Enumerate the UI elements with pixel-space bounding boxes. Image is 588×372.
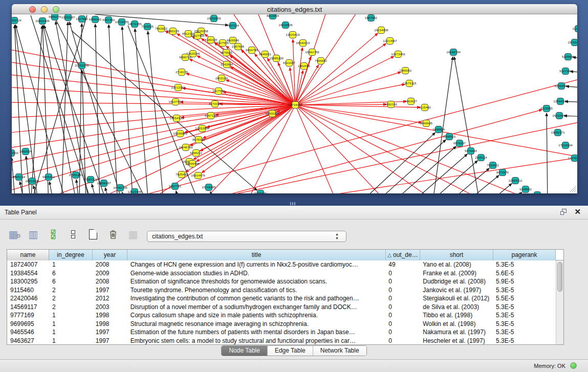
graph-node[interactable]: 9905412 [42, 174, 55, 181]
graph-node[interactable]: 6966160 [89, 16, 102, 23]
table-cell[interactable]: Investigating the contribution of common… [127, 294, 386, 303]
graph-node[interactable]: 14671355 [127, 21, 142, 28]
graph-node[interactable]: 16782759 [113, 185, 127, 191]
table-cell[interactable]: 22420046 [7, 294, 49, 303]
table-source-dropdown[interactable]: citations_edges.txt ▲▼ [147, 231, 346, 242]
table-row[interactable]: 969969511998Structural magnetic resonanc… [7, 320, 555, 329]
table-cell[interactable]: 2008 [93, 277, 127, 286]
column-header-pagerank[interactable]: pagerank [493, 250, 556, 260]
table-cell[interactable]: 1 [49, 328, 93, 337]
table-cell[interactable]: 18724007 [7, 260, 49, 269]
table-cell[interactable]: Disruption of a novel member of a sodium… [127, 303, 386, 312]
split-pane-grip[interactable] [290, 202, 296, 205]
graph-node[interactable]: 18327505 [190, 33, 205, 39]
scrollbar-thumb[interactable] [557, 262, 562, 292]
graph-node[interactable]: 19218506 [278, 22, 293, 29]
graph-node[interactable]: 9227341 [559, 68, 572, 75]
table-row[interactable]: 946554611997Estimation of the future num… [7, 328, 555, 337]
table-cell[interactable]: 5.6E-5 [493, 269, 555, 278]
table-cell[interactable]: 9777169 [7, 311, 49, 320]
table-cell[interactable]: Estimation of the future numbers of pati… [127, 328, 386, 337]
delete-column-icon[interactable] [107, 228, 119, 240]
graph-node[interactable]: 9860125 [167, 28, 180, 35]
graph-node[interactable]: 8678334 [192, 137, 205, 143]
graph-node[interactable]: 2803144 [215, 75, 228, 82]
column-header-indegree[interactable]: in_degree [49, 250, 93, 260]
graph-node[interactable]: 18640910 [296, 40, 310, 47]
table-cell[interactable]: Dudbridge et al. (2008) [420, 277, 493, 286]
table-row[interactable]: 1872400712008Changes of HCN gene express… [7, 260, 555, 269]
table-cell[interactable]: 9463627 [7, 337, 49, 345]
table-row[interactable]: 1830029562008Estimation of significance … [7, 277, 555, 286]
graph-node[interactable]: 16153588 [25, 178, 39, 185]
network-canvas[interactable]: 1405572420691406980627410653287152760269… [12, 14, 577, 193]
table-cell[interactable]: 2 [49, 294, 93, 303]
table-cell[interactable]: Changes of HCN gene expression and I(f) … [127, 260, 386, 269]
graph-node[interactable]: 11675317 [568, 155, 577, 162]
show-column-icon[interactable]: ▥ [27, 228, 39, 240]
row-height-icon[interactable] [67, 228, 79, 240]
table-row[interactable]: 1938455462009Genome-wide association stu… [7, 269, 555, 278]
graph-node[interactable]: 9245652 [519, 186, 532, 193]
column-header-name[interactable]: name [7, 250, 49, 260]
table-cell[interactable]: 0 [385, 311, 420, 320]
graph-node[interactable]: 16210643 [552, 113, 567, 119]
table-row[interactable]: 911546021997Tourette syndrome. Phenomeno… [7, 286, 555, 295]
table-cell[interactable]: 49 [385, 260, 420, 269]
table-cell[interactable]: Stergiakouli et al. (2012) [420, 294, 493, 303]
memory-ok-icon[interactable] [570, 362, 577, 369]
graph-node[interactable]: 17951253 [69, 172, 83, 179]
table-cell[interactable]: 5.9E-5 [493, 277, 555, 286]
graph-node[interactable]: 8215955 [540, 105, 553, 112]
graph-node[interactable]: 9474444 [465, 148, 477, 155]
graph-node[interactable]: 1527602 [76, 16, 89, 23]
table-cell[interactable]: 0 [385, 328, 420, 337]
window-resize-grip[interactable] [569, 185, 576, 192]
graph-node[interactable]: 7632621 [487, 162, 499, 169]
graph-node[interactable]: 9329965 [562, 54, 575, 60]
graph-node[interactable]: 26160503 [12, 150, 18, 157]
table-cell[interactable]: 9465546 [7, 328, 49, 337]
graph-node[interactable]: 10719155 [115, 19, 129, 26]
table-cell[interactable]: 6 [49, 277, 93, 286]
graph-node[interactable]: 16914479 [191, 172, 205, 179]
table-cell[interactable]: 1 [49, 337, 93, 345]
graph-node[interactable]: 16046766 [179, 144, 193, 151]
graph-node[interactable]: 15692971 [551, 129, 565, 136]
table-cell[interactable]: 5.5E-5 [493, 294, 555, 303]
table-cell[interactable]: 9699695 [7, 320, 49, 329]
table-row[interactable]: 2242004622012Investigating the contribut… [7, 294, 555, 303]
new-column-icon[interactable] [87, 228, 99, 240]
table-cell[interactable]: 5.3E-5 [493, 260, 555, 269]
table-cell[interactable]: 2009 [93, 269, 127, 278]
table-row[interactable]: 1456911722003Disruption of a novel membe… [7, 303, 555, 312]
column-header-short[interactable]: short [420, 250, 493, 260]
table-cell[interactable]: 18300295 [7, 277, 49, 286]
table-cell[interactable]: Wolkin et al. (1998) [420, 320, 493, 329]
graph-node[interactable]: 12353594 [195, 125, 209, 132]
graph-node[interactable]: 7485063 [399, 68, 412, 74]
tab-node-table[interactable]: Node Table [222, 346, 268, 356]
table-cell[interactable]: Structural magnetic resonance image aver… [127, 320, 386, 329]
table-cell[interactable]: 6 [49, 269, 93, 278]
table-cell[interactable]: 1997 [93, 286, 127, 295]
graph-node[interactable]: 3427552 [212, 88, 225, 95]
graph-node[interactable]: 7857224 [227, 23, 239, 29]
table-cell[interactable]: 2003 [93, 303, 127, 312]
graph-node[interactable]: 6679197 [453, 140, 466, 147]
table-cell[interactable]: Nakamura et al. (1997) [420, 328, 493, 337]
table-cell[interactable]: 2012 [93, 294, 127, 303]
graph-node[interactable]: 9699695 [420, 120, 433, 127]
table-cell[interactable]: 2 [49, 303, 93, 312]
graph-node[interactable]: 17957223 [83, 177, 98, 183]
graph-node[interactable]: 5905154 [13, 174, 26, 181]
table-cell[interactable]: 5.3E-5 [493, 311, 555, 320]
graph-node[interactable]: 9115460 [419, 104, 431, 111]
table-cell[interactable]: 9115460 [7, 286, 49, 295]
network-window-titlebar[interactable]: citations_edges.txt [12, 4, 577, 14]
graph-node[interactable]: 9457791 [169, 183, 182, 190]
table-cell[interactable]: Corpus callosum shape and size in male p… [127, 311, 386, 320]
table-cell[interactable]: 5.3E-5 [493, 286, 555, 295]
graph-node[interactable]: 10653287 [61, 14, 75, 21]
table-cell[interactable]: de Silva et al. (2003) [420, 303, 493, 312]
